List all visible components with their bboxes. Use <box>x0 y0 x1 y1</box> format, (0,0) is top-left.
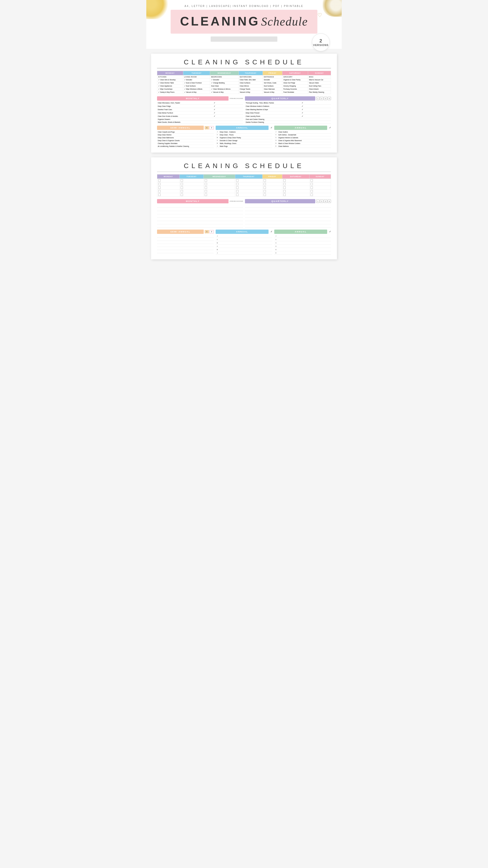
list-item: J Deep Clean - Outdoors <box>216 131 272 133</box>
blank-annual-2-header: ANNUAL <box>274 229 327 234</box>
th-saturday: SATURDAY <box>282 71 308 75</box>
blank-list-item <box>157 217 243 221</box>
list-item: Clean Carpets and Rugs <box>157 131 214 133</box>
table-row: ✓ Clean Appliances ✓ Dust Surfaces Dust … <box>157 84 331 88</box>
list-item: Clean Below Furniture ✓ <box>157 111 243 115</box>
quarterly-table: Thorough Dusting - Fans, Blinds, Frames … <box>245 101 331 124</box>
blank-list-item: J <box>216 235 272 238</box>
list-item: F Deep Clean - Floors <box>216 133 272 136</box>
th-monday: MONDAY <box>157 71 183 75</box>
versions-number: 2 <box>319 38 322 43</box>
heart-deco: ♡ <box>317 12 322 18</box>
check-box <box>264 186 266 189</box>
blank-list-item: M <box>216 248 272 251</box>
semi-box-2: 2 <box>209 126 214 129</box>
th2-friday: FRIDAY <box>262 175 282 179</box>
cell-tue-3: ✓ Dust Surfaces <box>183 84 210 88</box>
top-section: A4, LETTER | LANDSCAPE| INSTANT DOWNLOAD… <box>146 0 342 49</box>
blank-list-item: J <box>274 235 331 238</box>
blank-quarterly-table <box>245 204 331 228</box>
sheet2-divider <box>157 172 331 172</box>
table-row: ✓ Clean Sink & Stovetop ✓ Declutter ✓ De… <box>157 78 331 81</box>
list-item: A Declutter & Clean Garage <box>216 139 272 142</box>
list-item: M Organize & Deep Clean Pantry <box>216 136 272 139</box>
monthly-section: MONTHLY J F M A M J J A S O N D <box>157 96 243 124</box>
check-box <box>205 193 207 196</box>
cell-thu-4: Change Towels <box>239 88 263 91</box>
blank-row <box>157 193 331 197</box>
check-box <box>158 186 161 189</box>
blank-monthly-section: MONTHLY J F M A M J J A S O N D <box>157 199 243 228</box>
bottom-space <box>146 264 342 269</box>
check-box <box>283 183 286 185</box>
cell-fri-3: Dust Surfaces <box>263 84 282 88</box>
blank-list-item: N <box>274 248 331 251</box>
cell-sat-2: Clean Out Fridge <box>282 81 308 84</box>
list-item: S Organize Kitchen & Cabinets <box>274 136 331 139</box>
blank-list-item: M <box>216 241 272 245</box>
th-sunday: SUNDAY <box>308 71 331 75</box>
list-item: Organize Drawers <box>157 118 243 121</box>
annual-1-section: ANNUAL ✓ J Deep Clean - Outdoors F Deep … <box>216 126 272 148</box>
th2-wednesday: WEDNESDAY <box>203 175 235 179</box>
check-box <box>264 190 266 192</box>
cell-thu-3: Clean Mirrors <box>239 84 263 88</box>
th2-sunday: SUNDAY <box>309 175 331 179</box>
blank-annual-1-table: J F M A M J <box>216 235 272 255</box>
table-row: ✓ Wipe Countertops ✓ Wipe Windows & Blin… <box>157 88 331 91</box>
table-row: ✓ Clean Kitchen Table ✓ Dust & Clean Fur… <box>157 81 331 84</box>
th-tuesday: TUESDAY <box>183 71 210 75</box>
list-item: Deep Clean & Organize Closets <box>157 139 214 142</box>
check-box <box>236 186 238 189</box>
blank-semi-annual-table <box>157 235 214 253</box>
blank-list-item <box>245 214 331 217</box>
blank-list-item: F <box>216 238 272 241</box>
check-box <box>264 193 266 196</box>
blank-annual-2-table: J A S O N D <box>274 235 331 255</box>
blank-list-item <box>157 221 243 224</box>
blank-list-item <box>245 217 331 221</box>
sheet1-title-light: SCHEDULE <box>245 58 304 66</box>
list-item: Deep Clean Freezer ✓ <box>245 111 331 115</box>
list-item: Deep Clean Fridge ✓ <box>157 104 243 108</box>
cell-wed-1: ✓ Declutter <box>210 78 239 81</box>
check-box <box>181 179 183 182</box>
cat-grocery: GROCERY <box>282 75 308 78</box>
check-box <box>181 190 183 192</box>
check-box <box>158 193 161 196</box>
list-item: Garden Furniture Cleaning <box>245 121 331 123</box>
annual-1-table: J Deep Clean - Outdoors F Deep Clean - F… <box>216 131 272 148</box>
deco-right <box>323 0 342 17</box>
list-item: Clean Door Knobs & Handles ✓ <box>157 115 243 118</box>
cell-mon-2: ✓ Clean Kitchen Table <box>157 81 183 84</box>
annual-1-check: ✓ <box>268 126 272 129</box>
th-friday: FRIDAY <box>263 71 282 75</box>
cell-sat-3: Grocery Shopping <box>282 84 308 88</box>
blank-list-item: D <box>274 251 331 255</box>
list-item: Deep Clean Kitchen <box>157 133 214 136</box>
cat-bedrooms: BEDROOMS <box>210 75 239 78</box>
check-box <box>264 183 266 185</box>
semi-box-1: 1 <box>205 126 209 129</box>
sheet2-title: CLEANING SCHEDULE <box>157 162 331 170</box>
cell-wed-3: Dust Clean <box>210 84 239 88</box>
check-box <box>205 179 207 182</box>
th2-tuesday: TUESDAY <box>180 175 203 179</box>
title-script: Schedule <box>261 15 308 28</box>
cell-tue-5: ✓ Vacuum & Mop <box>183 91 210 94</box>
list-item: Air conditioning, Radiator & Heather Cle… <box>157 145 214 148</box>
cell-sat-1: Organize & Clean Pantry <box>282 78 308 81</box>
month-J: J <box>229 98 230 99</box>
blank-list-item <box>245 224 331 227</box>
list-item: Oven and Cooker Cleaning <box>245 118 331 121</box>
cell-sun-3: Dust Ceiling Fans <box>308 84 331 88</box>
cell-fri-4: Clean Staircase <box>263 88 282 91</box>
list-item: Thorough Dusting - Fans, Blinds, Frames … <box>245 101 331 105</box>
list-item: Clean Washing Machine & Dryer ✓ <box>245 108 331 111</box>
blank-list-item <box>157 204 243 208</box>
sheet1-title-bold: CLEANING <box>184 58 241 66</box>
blank-list-item <box>245 211 331 214</box>
blank-annual-2-check: ✓ <box>327 230 331 233</box>
weekly-table-2: MONDAY TUESDAY WEDNESDAY THURSDAY FRIDAY… <box>157 174 331 197</box>
semi-annual-section: SEMI ANNUAL 1 2 Clean Carpets and Rugs D… <box>157 126 214 148</box>
